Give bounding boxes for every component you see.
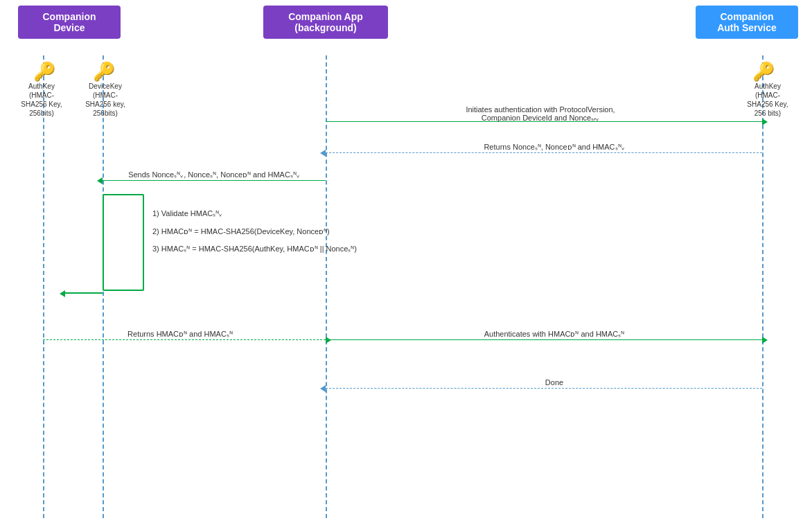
- arrowhead-self-return: [60, 290, 65, 297]
- self-ref-box: [103, 194, 144, 291]
- arrowhead-msg1: [762, 118, 768, 125]
- lifeline-authkey: [43, 55, 44, 518]
- self-return-arrow: [65, 292, 103, 294]
- key-icon-authkey-auth: 🔑: [752, 61, 775, 82]
- actor-label-companion-device: CompanionDevice: [43, 11, 96, 33]
- comp-line2: 2) HMACᴅᴺ = HMAC-SHA256(DeviceKey, Nonce…: [152, 226, 374, 238]
- arrow-label-msg7: Done: [360, 378, 748, 387]
- comp-line3: 3) HMACₛᴺ = HMAC-SHA256(AuthKey, HMACᴅᴺ …: [152, 243, 374, 256]
- arrowhead-msg6: [762, 337, 768, 344]
- lifeline-companion-app: [326, 55, 327, 518]
- arrow-line-msg3: [103, 180, 326, 181]
- arrowhead-msg5: [326, 337, 331, 344]
- key-label-authkey-auth: AuthKey(HMAC-SHA256 Key,256 bits): [740, 82, 795, 118]
- actor-label-companion-auth: CompanionAuth Service: [717, 11, 777, 33]
- arrow-label-msg5: Returns HMACᴅᴺ and HMACₛᴺ: [55, 330, 305, 339]
- arrow-line-msg5: [43, 339, 326, 340]
- arrow-label-msg6: Authenticates with HMACᴅᴺ and HMACₛᴺ: [367, 330, 741, 339]
- comp-line1: 1) Validate HMACₛᴺᵥ: [152, 208, 374, 220]
- key-icon-authkey-device: 🔑: [33, 61, 55, 82]
- actor-companion-device: CompanionDevice: [18, 6, 121, 39]
- arrow-label-msg3: Sends Nonceₛᴺᵥ, Nonceₛᴺ, Nonceᴅᴺ and HMA…: [103, 170, 326, 179]
- arrow-line-msg2: [326, 152, 762, 153]
- arrow-line-msg6: [326, 339, 762, 340]
- arrowhead-msg3: [97, 177, 103, 184]
- actor-label-companion-app: Companion App(background): [288, 11, 363, 33]
- actor-companion-auth: CompanionAuth Service: [696, 6, 798, 39]
- arrowhead-msg7: [320, 385, 326, 392]
- arrow-line-msg7: [326, 388, 762, 389]
- key-icon-devicekey: 🔑: [93, 61, 115, 82]
- arrowhead-msg2: [320, 150, 326, 157]
- sequence-diagram: CompanionDevice Companion App(background…: [0, 0, 812, 532]
- arrow-label-msg2: Returns Nonceₛᴺ, Nonceᴅᴺ and HMACₛᴺᵥ: [360, 143, 748, 152]
- key-label-devicekey: DeviceKey(HMAC-SHA256 key,256bits): [78, 82, 133, 118]
- actor-companion-app: Companion App(background): [263, 6, 388, 39]
- computation-text: 1) Validate HMACₛᴺᵥ 2) HMACᴅᴺ = HMAC-SHA…: [152, 208, 374, 256]
- arrow-label-msg1: Initiates authentication with ProtocolVe…: [388, 105, 693, 123]
- key-label-authkey-device: AuthKey(HMAC-SHA256 Key,256bits): [14, 82, 69, 118]
